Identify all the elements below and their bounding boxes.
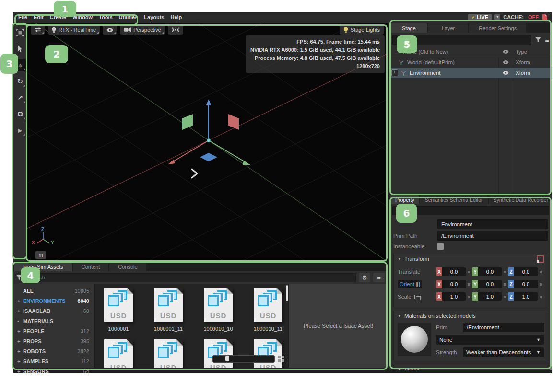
assets-list-view-button[interactable]: ≡ bbox=[373, 273, 385, 282]
scale-z-field[interactable] bbox=[514, 292, 538, 301]
play-button[interactable]: ▶ bbox=[14, 124, 26, 137]
category-people[interactable]: + PEOPLE 312 bbox=[13, 326, 94, 336]
thumbnail-size-slider[interactable] bbox=[212, 355, 275, 363]
select-tool-button[interactable] bbox=[14, 43, 26, 55]
asset-item[interactable]: USD bbox=[150, 339, 187, 368]
tab-semantics-schema-editor[interactable]: Semantics Schema Editor bbox=[420, 195, 488, 204]
gizmo-plane-xz[interactable] bbox=[228, 114, 239, 130]
tab-content[interactable]: Content bbox=[73, 262, 109, 271]
category-materials[interactable]: • MATERIALS bbox=[13, 316, 94, 326]
translate-gizmo[interactable] bbox=[168, 99, 250, 165]
asset-item[interactable]: USD 1000010_10 bbox=[200, 288, 237, 332]
materials-section-header[interactable]: ▼ Materials on selected models bbox=[394, 311, 548, 321]
column-visibility[interactable] bbox=[498, 50, 513, 54]
gizmo-plane-xy[interactable] bbox=[200, 153, 217, 161]
scale-tool-button[interactable]: ↗ bbox=[14, 92, 26, 104]
category-isaaclab[interactable]: + ISAACLAB 60 bbox=[13, 306, 94, 316]
frame-selection-button[interactable] bbox=[14, 26, 26, 39]
live-button[interactable]: ⚡ LIVE bbox=[468, 14, 492, 21]
tab-stage[interactable]: Stage bbox=[390, 23, 427, 33]
gizmo-plane-yz[interactable] bbox=[182, 114, 193, 130]
prim-name-field[interactable] bbox=[437, 219, 548, 229]
strength-dropdown[interactable]: Weaker than Descendants ▼ bbox=[463, 347, 544, 357]
category-props[interactable]: + PROPS 395 bbox=[13, 336, 94, 346]
gizmo-center[interactable] bbox=[207, 139, 211, 142]
scale-y-field[interactable] bbox=[478, 292, 502, 301]
asset-item[interactable]: USD 1000001_11 bbox=[150, 288, 187, 332]
menu-window[interactable]: Window bbox=[72, 14, 93, 20]
property-search-input[interactable] bbox=[392, 206, 549, 215]
category-robots[interactable]: + ROBOTS 3822 bbox=[13, 346, 94, 356]
rotate-tool-button[interactable]: ↻ bbox=[14, 75, 26, 88]
tab-layer[interactable]: Layer bbox=[428, 23, 469, 33]
grid-view-icon[interactable] bbox=[278, 356, 284, 362]
tab-isaac-sim-assets[interactable]: Isaac Sim Assets bbox=[14, 262, 72, 271]
axis-orientation-gizmo[interactable]: Z X Y bbox=[32, 228, 55, 249]
category-samples[interactable]: + SAMPLES 112 bbox=[13, 356, 94, 366]
asset-item[interactable]: USD bbox=[249, 339, 287, 368]
orient-x-field[interactable] bbox=[442, 280, 466, 288]
viewport-options-button[interactable] bbox=[31, 25, 45, 35]
stage-search-input[interactable] bbox=[392, 35, 531, 45]
renderer-selector-button[interactable]: RTX - RealTime bbox=[48, 25, 100, 35]
move-tool-button[interactable]: ↔↕ bbox=[14, 59, 26, 71]
viewport-3d[interactable]: RTX - RealTime Perspective bbox=[27, 23, 388, 261]
expand-icon[interactable]: + bbox=[391, 69, 398, 76]
filter-funnel-icon[interactable] bbox=[16, 275, 22, 280]
category-all[interactable]: ALL 10805 bbox=[13, 286, 94, 296]
visual-section-header[interactable]: ▼ Visual bbox=[394, 365, 548, 370]
prim-path-field[interactable] bbox=[437, 231, 548, 241]
menu-utilities[interactable]: Utilities bbox=[119, 14, 138, 20]
stage-lights-button[interactable]: Stage Lights bbox=[340, 25, 384, 35]
tab-console[interactable]: Console bbox=[109, 262, 146, 271]
live-dropdown-caret[interactable]: ▾ bbox=[494, 14, 500, 20]
orient-y-field[interactable] bbox=[478, 280, 502, 288]
translate-y-field[interactable] bbox=[478, 267, 502, 276]
translate-z-field[interactable] bbox=[514, 267, 538, 276]
asset-item-label: 1000001_11 bbox=[154, 326, 183, 332]
stage-options-icon[interactable]: ≡ bbox=[545, 36, 549, 44]
column-name[interactable]: Name (Old to New) bbox=[389, 49, 498, 55]
usd-file-icon: USD bbox=[104, 339, 133, 368]
visibility-eye-icon[interactable] bbox=[498, 71, 513, 75]
material-preview-sphere bbox=[401, 326, 428, 353]
asset-item[interactable]: USD 1000010_11 bbox=[249, 288, 287, 332]
menu-file[interactable]: File bbox=[18, 14, 27, 20]
transform-frame-icon[interactable] bbox=[537, 255, 544, 263]
category-environments[interactable]: + ENVIRONMENTS 6040 bbox=[13, 296, 94, 306]
orient-z-field[interactable] bbox=[514, 280, 538, 288]
tab-render-settings[interactable]: Render Settings bbox=[469, 23, 526, 33]
scale-x-field[interactable] bbox=[442, 292, 466, 301]
instanceable-checkbox[interactable] bbox=[437, 243, 444, 250]
snap-tool-button[interactable]: Ω bbox=[14, 108, 26, 120]
stage-row-environment[interactable]: + Environment Xform bbox=[389, 68, 552, 78]
asset-item[interactable]: USD 1000001 bbox=[100, 288, 137, 332]
column-type[interactable]: Type bbox=[513, 49, 552, 55]
menu-layouts[interactable]: Layouts bbox=[144, 14, 164, 20]
cache-document-icon[interactable] bbox=[542, 14, 547, 21]
asset-item[interactable]: USD bbox=[100, 339, 137, 368]
unit-meters-chip[interactable]: m bbox=[35, 251, 46, 259]
stage-filter-funnel-icon[interactable] bbox=[535, 37, 541, 43]
menu-help[interactable]: Help bbox=[170, 14, 182, 20]
visibility-button[interactable] bbox=[103, 25, 117, 35]
tab-property[interactable]: Property bbox=[390, 195, 419, 204]
audio-preview-button[interactable] bbox=[168, 25, 183, 35]
material-prim-field[interactable] bbox=[463, 323, 544, 332]
material-dropdown[interactable]: None ▼ bbox=[436, 335, 544, 345]
menu-create[interactable]: Create bbox=[50, 14, 66, 20]
visibility-eye-icon[interactable] bbox=[498, 60, 513, 64]
menu-edit[interactable]: Edit bbox=[34, 14, 44, 20]
assets-search-input[interactable] bbox=[25, 273, 356, 282]
tab-synthetic-data-recorder[interactable]: Synthetic Data Recorder bbox=[489, 195, 553, 204]
asset-grid-scrollbar[interactable] bbox=[286, 285, 288, 301]
translate-x-field[interactable] bbox=[442, 267, 466, 276]
asset-item[interactable]: USD bbox=[200, 339, 237, 368]
menu-tools[interactable]: Tools bbox=[99, 14, 113, 20]
transform-section-header[interactable]: ▼ Transform bbox=[394, 254, 548, 264]
property-scrollbar[interactable] bbox=[550, 229, 552, 370]
stage-row-world[interactable]: World (defaultPrim) Xform bbox=[389, 57, 552, 68]
slider-handle[interactable] bbox=[225, 356, 229, 361]
camera-selector-button[interactable]: Perspective bbox=[120, 25, 165, 35]
assets-settings-button[interactable]: ⚙ bbox=[359, 273, 370, 282]
